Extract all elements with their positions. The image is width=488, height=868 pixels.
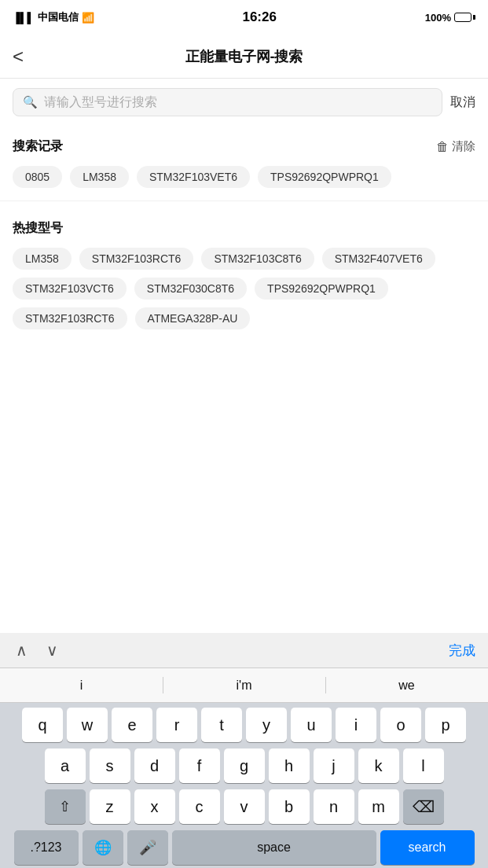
key-u[interactable]: u [291, 708, 332, 742]
hot-tag-stm32f407vet6[interactable]: STM32F407VET6 [322, 248, 435, 270]
content-area: 🔍 取消 搜索记录 🗑 清除 0805 LM358 STM32F103VET6 … [0, 79, 488, 595]
key-m[interactable]: m [358, 789, 399, 824]
key-q[interactable]: q [22, 708, 63, 742]
key-space[interactable]: space [172, 830, 376, 865]
keyboard-up-button[interactable]: ∧ [13, 639, 31, 661]
history-title: 搜索记录 [13, 138, 63, 155]
keyboard-toolbar: ∧ ∨ 完成 [0, 633, 488, 668]
key-g[interactable]: g [224, 748, 265, 783]
history-tag-stm32f103vet6[interactable]: STM32F103VET6 [137, 166, 250, 188]
autocomplete-im[interactable]: i'm [163, 672, 325, 699]
autocomplete-i[interactable]: i [0, 672, 163, 699]
history-section: 搜索记录 🗑 清除 0805 LM358 STM32F103VET6 TPS92… [0, 126, 488, 194]
key-x[interactable]: x [134, 789, 175, 824]
history-tag-0805[interactable]: 0805 [13, 166, 62, 188]
back-button[interactable]: < [13, 46, 24, 68]
divider [0, 200, 488, 201]
status-left: ▐▌▌ 中国电信 📶 [13, 10, 94, 24]
hot-tag-tps92692[interactable]: TPS92692QPWPRQ1 [255, 278, 388, 300]
signal-icon: ▐▌▌ [13, 12, 35, 24]
key-f[interactable]: f [179, 748, 220, 783]
key-w[interactable]: w [67, 708, 108, 742]
status-right: 100% [425, 12, 475, 24]
key-h[interactable]: h [269, 748, 310, 783]
key-y[interactable]: y [246, 708, 287, 742]
keyboard-down-button[interactable]: ∨ [43, 639, 61, 661]
key-s[interactable]: s [90, 748, 130, 783]
autocomplete-we[interactable]: we [325, 672, 488, 699]
key-e[interactable]: e [112, 708, 152, 742]
page-title: 正能量电子网-搜索 [185, 47, 303, 66]
key-n[interactable]: n [314, 789, 354, 824]
key-shift[interactable]: ⇧ [45, 789, 86, 824]
key-numbers[interactable]: .?123 [14, 830, 79, 865]
carrier-label: 中国电信 [38, 10, 79, 24]
keyboard-done-button[interactable]: 完成 [449, 642, 475, 660]
key-i[interactable]: i [336, 708, 376, 742]
battery-label: 100% [425, 12, 451, 24]
keyboard: ∧ ∨ 完成 i i'm we q w e r t y u i o p a s … [0, 633, 488, 868]
key-globe[interactable]: 🌐 [83, 830, 123, 865]
history-tag-tps92692[interactable]: TPS92692QPWPRQ1 [258, 166, 391, 188]
wifi-icon: 📶 [82, 12, 94, 24]
keyboard-row-2: a s d f g h j k l [3, 748, 485, 783]
history-tags: 0805 LM358 STM32F103VET6 TPS92692QPWPRQ1 [13, 166, 475, 188]
hot-tag-atmega[interactable]: ATMEGA328P-AU [135, 307, 251, 329]
hot-tag-stm32f103c8t6[interactable]: STM32F103C8T6 [201, 248, 314, 270]
hot-tags: LM358 STM32F103RCT6 STM32F103C8T6 STM32F… [13, 248, 475, 329]
keyboard-nav-buttons: ∧ ∨ [13, 639, 61, 661]
search-input[interactable] [44, 95, 432, 109]
key-search[interactable]: search [380, 830, 475, 865]
trash-icon: 🗑 [436, 140, 449, 154]
key-z[interactable]: z [90, 789, 130, 824]
key-o[interactable]: o [380, 708, 421, 742]
key-d[interactable]: d [134, 748, 175, 783]
key-b[interactable]: b [269, 789, 310, 824]
history-header: 搜索记录 🗑 清除 [13, 138, 475, 155]
hot-section: 热搜型号 LM358 STM32F103RCT6 STM32F103C8T6 S… [0, 208, 488, 336]
search-bar: 🔍 取消 [0, 79, 488, 126]
clear-label: 清除 [452, 139, 475, 154]
history-tag-lm358[interactable]: LM358 [70, 166, 129, 188]
key-delete[interactable]: ⌫ [403, 789, 444, 824]
key-p[interactable]: p [425, 708, 466, 742]
status-time: 16:26 [242, 9, 276, 25]
hot-title: 热搜型号 [13, 220, 63, 237]
hot-tag-lm358[interactable]: LM358 [13, 248, 72, 270]
keyboard-rows: q w e r t y u i o p a s d f g h j k l ⇧ … [0, 703, 488, 868]
key-l[interactable]: l [403, 748, 444, 783]
search-input-wrap[interactable]: 🔍 [13, 88, 442, 116]
key-mic[interactable]: 🎤 [127, 830, 168, 865]
keyboard-row-3: ⇧ z x c v b n m ⌫ [3, 789, 485, 824]
hot-tag-stm32f103rct6[interactable]: STM32F103RCT6 [79, 248, 194, 270]
keyboard-row-1: q w e r t y u i o p [3, 708, 485, 742]
hot-tag-stm32f103rct6-2[interactable]: STM32F103RCT6 [13, 307, 127, 329]
key-v[interactable]: v [224, 789, 265, 824]
clear-history-button[interactable]: 🗑 清除 [436, 139, 475, 154]
hot-tag-stm32f103vct6[interactable]: STM32F103VCT6 [13, 278, 127, 300]
hot-tag-stm32f030c8t6[interactable]: STM32F030C8T6 [134, 278, 247, 300]
battery-icon [454, 13, 475, 22]
key-t[interactable]: t [201, 708, 242, 742]
key-r[interactable]: r [156, 708, 197, 742]
key-j[interactable]: j [314, 748, 354, 783]
key-c[interactable]: c [179, 789, 220, 824]
keyboard-row-4: .?123 🌐 🎤 space search [3, 830, 485, 865]
status-bar: ▐▌▌ 中国电信 📶 16:26 100% [0, 0, 488, 35]
keyboard-autocomplete-bar: i i'm we [0, 668, 488, 703]
key-a[interactable]: a [45, 748, 86, 783]
search-icon: 🔍 [23, 95, 38, 109]
hot-header: 热搜型号 [13, 220, 475, 237]
cancel-button[interactable]: 取消 [450, 94, 475, 111]
nav-bar: < 正能量电子网-搜索 [0, 35, 488, 79]
key-k[interactable]: k [358, 748, 399, 783]
